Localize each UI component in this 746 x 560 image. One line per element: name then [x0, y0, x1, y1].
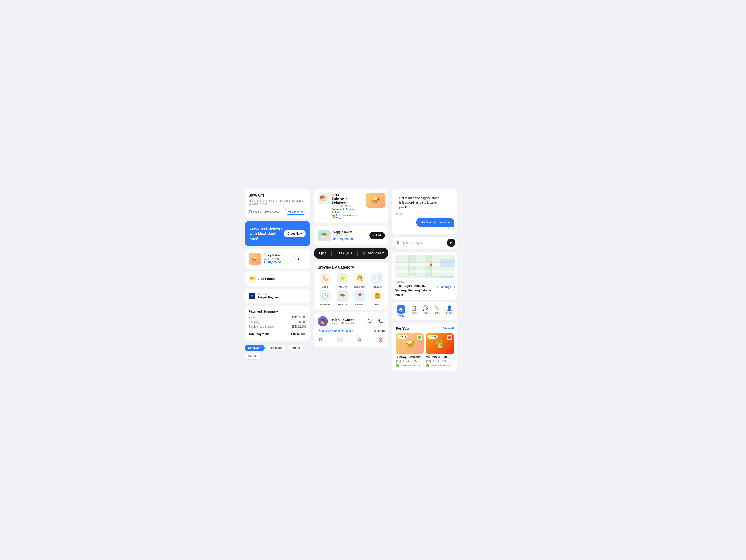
menu-details: Veggie Delite 153g · 198kcal IDR 25,000.… [334, 230, 367, 241]
delivery-step-icon: 🛵 [357, 337, 363, 342]
clock-icon [249, 210, 252, 213]
outgoing-message-wrap: That's right, thank you 15:18 [396, 218, 454, 230]
driver-name: Ralph Edwards [331, 318, 354, 322]
send-button[interactable]: ➤ [447, 239, 455, 247]
message-input[interactable] [402, 241, 445, 245]
nav-order[interactable]: 📋 Order [411, 305, 417, 317]
payment-row: P Payment Paypal Payment → [249, 293, 307, 299]
nav-promo[interactable]: 🏷️ Promo [434, 305, 440, 317]
nav-home[interactable]: 🏠 Home [397, 305, 405, 317]
step-delivery: 🛵 [357, 337, 363, 342]
progress-line-3 [364, 339, 374, 340]
step-order: 📋 [318, 337, 323, 342]
category-popular[interactable]: ⭐ Popular [335, 273, 350, 288]
snack-icon: 🍔 [372, 290, 383, 302]
category-24hours[interactable]: 🕐 24 Hours [318, 290, 333, 306]
restaurant-category: Sandwich · $$$$ [332, 205, 363, 207]
change-address-button[interactable]: Change [437, 284, 455, 290]
star-icon: ★ [332, 193, 335, 196]
price-label: Price [249, 316, 255, 319]
address-section: Address Jl. KH Agus Salim 16, Sabang, Me… [395, 280, 455, 297]
delivery-eta: 15:30pm [373, 329, 385, 332]
shipping-row: Shipping IDR 5,000 [249, 320, 307, 324]
map-pin-icon: 📍 [428, 263, 434, 270]
for-you-item-mcdonalds[interactable]: 🍔 ★ 4.5 🔴 Mc Donald - PIK $$$$ · 21 min … [426, 333, 454, 367]
cart-bar: 1 pcs IDR 25,000 🛒 Add to cart [314, 248, 389, 259]
category-offers[interactable]: 🏷️ Offers [318, 273, 333, 288]
food-meta: 225g · 347kcal [264, 257, 288, 260]
menu-meta: 153g · 198kcal [334, 233, 367, 236]
mcdonalds-thumbnail: 🍔 ★ 4.5 🔴 [426, 333, 454, 354]
tab-breakfast[interactable]: Breakfast [266, 344, 286, 351]
restaurant-logo: 🥙 [318, 193, 329, 204]
increase-qty-button[interactable]: + [302, 256, 307, 261]
discount-icon-1: ✅ [396, 364, 399, 367]
middle-panel: 🥙 ★ 4.8 Subway - Setiabudi Sandwich · $$… [314, 189, 389, 371]
food-price: Rp45,000.00 [264, 261, 288, 264]
category-breakfast[interactable]: 🥞 Breakfast [352, 273, 368, 288]
category-healthy[interactable]: 🥗 Healthy [335, 290, 350, 306]
message-input-row: 🎙️ ➤ [392, 236, 457, 249]
home-step-icon: 🏠 [376, 335, 385, 344]
tab-sandwich[interactable]: Sandwich [245, 344, 264, 351]
decrease-qty-button[interactable]: − [291, 256, 296, 261]
restaurant-thumbnail: 🥪 [366, 193, 385, 208]
tab-salads[interactable]: Salads [245, 353, 261, 360]
cart-divider-2 [357, 251, 357, 255]
svg-rect-4 [395, 270, 455, 273]
add-promo-label: Add Promo [258, 277, 275, 280]
address-label: Address [395, 280, 455, 283]
nav-chat[interactable]: 💬 Chat [422, 305, 428, 317]
free-delivery-banner: Enjoy free delivery with Meal Dash now! … [245, 221, 310, 246]
driver-row: 👨 Ralph Edwards Vespa · N123456AB 💬 📞 [318, 316, 385, 327]
promo-icon: 🎫 [249, 275, 256, 283]
view-all-button[interactable]: View all [443, 327, 454, 330]
chat-card: Hello! I'm delivering the order, is it a… [392, 189, 457, 234]
tab-wraps[interactable]: Wraps [288, 344, 303, 351]
mcdonalds-logo: 🔴 [447, 335, 452, 340]
add-to-cart-button[interactable]: 🛒 Add to cart [363, 251, 384, 255]
menu-item: 🥗 Veggie Delite 153g · 198kcal IDR 25,00… [318, 230, 385, 241]
nav-profile[interactable]: 👤 Profile [446, 305, 453, 317]
subway-discount: ✅ Discount up to 50% [396, 364, 424, 367]
incoming-message: Hello! I'm delivering the order, is it a… [396, 193, 445, 213]
newest-icon: 🍽️ [372, 273, 383, 284]
discount-text: Total discount up to 50% [336, 214, 363, 220]
incoming-message-wrap: Hello! I'm delivering the order, is it a… [396, 193, 454, 216]
call-driver-button[interactable]: 📞 [376, 317, 385, 326]
map-svg [395, 255, 455, 276]
category-nearest[interactable]: 📍 Nearest [352, 290, 368, 306]
category-snack[interactable]: 🍔 Snack [370, 290, 385, 306]
healthy-label: Healthy [338, 303, 347, 306]
add-item-button[interactable]: + Add [369, 232, 384, 239]
order-now-button[interactable]: Order Now [284, 230, 305, 237]
cart-icon: 🛒 [363, 251, 366, 255]
promo-date: 5 March - 10 April 2023 [253, 210, 280, 213]
offers-icon: 🏷️ [319, 273, 331, 284]
promo-title: 30% Off [249, 193, 307, 198]
shipping-label: Shipping [249, 320, 260, 324]
chat-nav-icon: 💬 [422, 305, 428, 311]
mic-icon[interactable]: 🎙️ [396, 241, 400, 245]
menu-item-card: 🥗 Veggie Delite 153g · 198kcal IDR 25,00… [314, 226, 389, 245]
restaurant-card: 🥙 ★ 4.8 Subway - Setiabudi Sandwich · $$… [314, 189, 389, 223]
message-driver-button[interactable]: 💬 [366, 317, 374, 326]
restaurant-delivery: Delivered in 21 min · 1.5km [332, 208, 363, 214]
cart-price: IDR 25,000 [337, 251, 352, 255]
menu-thumbnail: 🥗 [318, 230, 331, 241]
subway-rating: ★ 4.8 [397, 335, 408, 338]
add-promo-card: 🎫 Add Promo → [245, 271, 310, 286]
restaurant-rating: 4.8 [335, 193, 340, 196]
payment-arrow-icon[interactable]: → [303, 294, 307, 298]
use-promo-button[interactable]: Use Promo [285, 209, 306, 215]
subway-logo: 🟢 [417, 335, 422, 340]
address-row: Jl. KH Agus Salim 16, Sabang, Menteng Ja… [395, 284, 455, 297]
add-promo-arrow-icon[interactable]: → [303, 277, 307, 281]
subway-meta: $$$$ · 21 min · 1.5km [396, 360, 424, 363]
price-value: IDR 45,000 [292, 316, 307, 319]
for-you-item-subway[interactable]: 🥪 ★ 4.8 🟢 Subway - Setiabudi $$$$ · 21 m… [396, 333, 424, 367]
order-step-icon: 📋 [318, 337, 323, 342]
category-newest[interactable]: 🍽️ Newest [370, 273, 385, 288]
driver-vehicle: Vespa · N123456AB [331, 322, 354, 325]
healthy-icon: 🥗 [337, 290, 348, 302]
